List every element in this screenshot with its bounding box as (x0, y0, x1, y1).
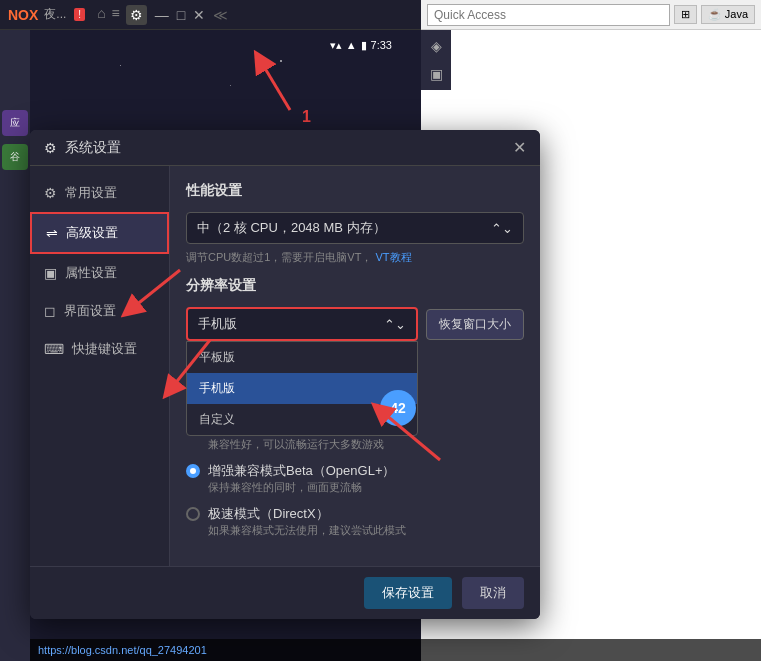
performance-select[interactable]: 中（2 核 CPU，2048 MB 内存） ⌃⌄ (186, 212, 524, 244)
page-setup-button[interactable]: ⊞ (674, 5, 697, 24)
nav-item-shortcuts[interactable]: ⌨ 快捷键设置 (30, 330, 169, 368)
url-text: https://blog.csdn.net/qq_27494201 (38, 644, 207, 656)
renderer-radio-directx[interactable] (186, 507, 200, 521)
general-icon: ⚙ (44, 185, 57, 201)
emulator-title: 夜... (44, 6, 66, 23)
app-icon-1[interactable]: 应 (2, 110, 28, 136)
settings-titlebar: ⚙ 系统设置 ✕ (30, 130, 540, 166)
vt-link[interactable]: VT教程 (375, 251, 411, 263)
emulator-badge: ! (74, 8, 85, 21)
signal-icon: ▾▴ (330, 39, 342, 52)
settings-icon[interactable]: ⚙ (126, 5, 147, 25)
resolution-option-tablet[interactable]: 平板版 (187, 342, 417, 373)
renderer-label-directx: 极速模式（DirectX） 如果兼容模式无法使用，建议尝试此模式 (208, 505, 406, 538)
nav-label-general: 常用设置 (65, 184, 117, 202)
settings-footer: 保存设置 取消 (30, 566, 540, 619)
performance-hint: 调节CPU数超过1，需要开启电脑VT， VT教程 (186, 250, 524, 265)
resolution-section-title: 分辨率设置 (186, 277, 524, 295)
nav-arrows-icon[interactable]: ≪ (213, 7, 228, 23)
renderer-radio-openglplus[interactable] (186, 464, 200, 478)
nav-item-advanced[interactable]: ⇌ 高级设置 (30, 212, 169, 254)
compass-icon[interactable]: ◈ (431, 38, 442, 54)
resolution-dropdown-container: 手机版 ⌃⌄ 平板版 手机版 自定义 (186, 307, 418, 341)
settings-body: ⚙ 常用设置 ⇌ 高级设置 ▣ 属性设置 ◻ 界面设置 ⌨ 快捷键设置 (30, 166, 540, 566)
resolution-chevron-icon: ⌃⌄ (384, 317, 406, 332)
settings-title: 系统设置 (65, 139, 121, 157)
emulator-icon-bar: ⌂ ≡ ⚙ (97, 5, 147, 25)
url-bar: https://blog.csdn.net/qq_27494201 (30, 639, 761, 661)
annotation-number-1: 1 (302, 108, 311, 126)
clock: 7:33 (371, 39, 392, 51)
browser-bar: Quick Access ⊞ ☕ Java (421, 0, 761, 30)
app-icon-2[interactable]: 谷 (2, 144, 28, 170)
nav-item-properties[interactable]: ▣ 属性设置 (30, 254, 169, 292)
settings-title-left: ⚙ 系统设置 (44, 139, 121, 157)
performance-section-title: 性能设置 (186, 182, 524, 200)
resolution-dropdown-menu: 平板版 手机版 自定义 (186, 341, 418, 436)
advanced-icon: ⇌ (46, 225, 58, 241)
nav-label-properties: 属性设置 (65, 264, 117, 282)
close-icon[interactable]: ✕ (193, 7, 205, 23)
maximize-icon[interactable]: □ (177, 7, 185, 23)
android-statusbar-main: ▾▴ ▲ ▮ 7:33 (30, 30, 400, 60)
emulator-sidebar-right: ◈ ▣ (421, 30, 451, 90)
save-settings-button[interactable]: 保存设置 (364, 577, 452, 609)
cancel-button[interactable]: 取消 (462, 577, 524, 609)
menu-icon[interactable]: ≡ (112, 5, 120, 25)
shortcuts-icon: ⌨ (44, 341, 64, 357)
home-icon[interactable]: ⌂ (97, 5, 105, 25)
java-button[interactable]: ☕ Java (701, 5, 755, 24)
app-sidebar: 应 谷 (0, 30, 30, 661)
nav-item-general[interactable]: ⚙ 常用设置 (30, 174, 169, 212)
interface-icon: ◻ (44, 303, 56, 319)
window-controls: — □ ✕ (155, 7, 205, 23)
restore-window-button[interactable]: 恢复窗口大小 (426, 309, 524, 340)
nav-label-shortcuts: 快捷键设置 (72, 340, 137, 358)
settings-content: 性能设置 中（2 核 CPU，2048 MB 内存） ⌃⌄ 调节CPU数超过1，… (170, 166, 540, 566)
settings-nav: ⚙ 常用设置 ⇌ 高级设置 ▣ 属性设置 ◻ 界面设置 ⌨ 快捷键设置 (30, 166, 170, 566)
settings-gear-icon: ⚙ (44, 140, 57, 156)
properties-icon: ▣ (44, 265, 57, 281)
wifi-icon: ▲ (346, 39, 357, 51)
page-number-badge: 42 (380, 390, 416, 426)
settings-close-button[interactable]: ✕ (513, 138, 526, 157)
renderer-option-directx[interactable]: 极速模式（DirectX） 如果兼容模式无法使用，建议尝试此模式 (186, 505, 524, 538)
resolution-row: 手机版 ⌃⌄ 平板版 手机版 自定义 恢复窗口大小 (186, 307, 524, 341)
settings-modal: ⚙ 系统设置 ✕ ⚙ 常用设置 ⇌ 高级设置 ▣ 属性设置 ◻ 界面设置 (30, 130, 540, 619)
quick-access-input[interactable]: Quick Access (427, 4, 670, 26)
nav-label-advanced: 高级设置 (66, 224, 118, 242)
renderer-option-openglplus[interactable]: 增强兼容模式Beta（OpenGL+） 保持兼容性的同时，画面更流畅 (186, 462, 524, 495)
resolution-value: 手机版 (198, 315, 237, 333)
resolution-select[interactable]: 手机版 ⌃⌄ (186, 307, 418, 341)
emulator-logo: NOX (8, 7, 38, 23)
screen-icon[interactable]: ▣ (430, 66, 443, 82)
renderer-label-openglplus: 增强兼容模式Beta（OpenGL+） 保持兼容性的同时，画面更流畅 (208, 462, 395, 495)
svg-line-0 (260, 60, 290, 110)
performance-value: 中（2 核 CPU，2048 MB 内存） (197, 219, 386, 237)
battery-icon: ▮ (361, 39, 367, 52)
nav-item-interface[interactable]: ◻ 界面设置 (30, 292, 169, 330)
performance-chevron-icon: ⌃⌄ (491, 221, 513, 236)
minimize-icon[interactable]: — (155, 7, 169, 23)
nav-label-interface: 界面设置 (64, 302, 116, 320)
